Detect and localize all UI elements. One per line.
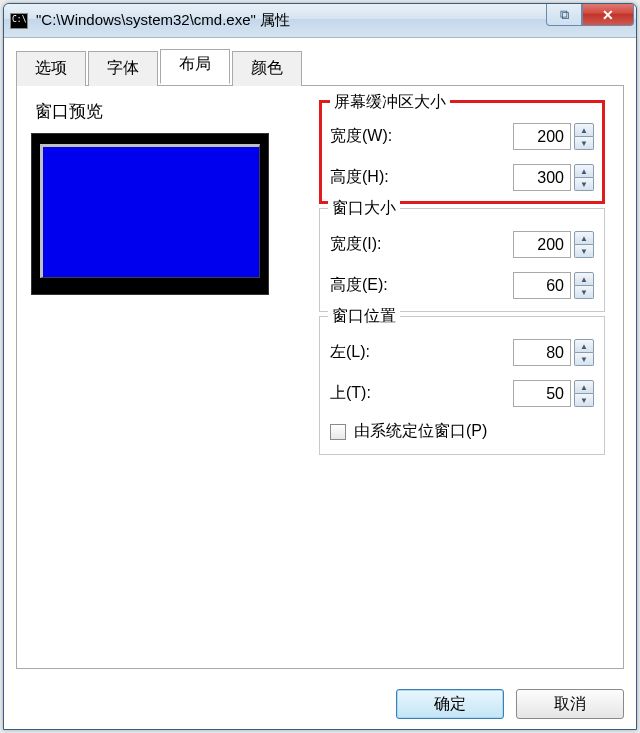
let-system-position-row[interactable]: 由系统定位窗口(P) — [330, 421, 594, 442]
spin-up-icon[interactable]: ▲ — [574, 123, 594, 137]
window-width-input[interactable] — [513, 231, 571, 258]
tabstrip: 选项 字体 布局 颜色 — [16, 51, 624, 86]
group-window-position: 窗口位置 左(L): ▲ ▼ 上(T): — [319, 316, 605, 455]
buffer-height-input[interactable] — [513, 164, 571, 191]
ok-button[interactable]: 确定 — [396, 689, 504, 719]
position-top-label: 上(T): — [330, 383, 513, 404]
tab-options[interactable]: 选项 — [16, 51, 86, 86]
tabpanel-layout: 窗口预览 屏幕缓冲区大小 宽度(W): ▲ ▼ — [16, 85, 624, 669]
let-system-position-label: 由系统定位窗口(P) — [354, 421, 487, 442]
spin-up-icon[interactable]: ▲ — [574, 380, 594, 394]
spin-down-icon[interactable]: ▼ — [574, 137, 594, 150]
position-top-spinner[interactable]: ▲ ▼ — [513, 380, 594, 407]
preview-label: 窗口预览 — [35, 100, 301, 123]
window-height-spinner[interactable]: ▲ ▼ — [513, 272, 594, 299]
group-title-buffer: 屏幕缓冲区大小 — [330, 92, 450, 113]
tab-layout[interactable]: 布局 — [160, 49, 230, 84]
spin-up-icon[interactable]: ▲ — [574, 339, 594, 353]
spin-up-icon[interactable]: ▲ — [574, 231, 594, 245]
cmd-icon — [10, 13, 28, 29]
close-button[interactable]: ✕ — [582, 4, 634, 26]
buffer-width-spinner[interactable]: ▲ ▼ — [513, 123, 594, 150]
buffer-width-label: 宽度(W): — [330, 126, 513, 147]
spin-up-icon[interactable]: ▲ — [574, 272, 594, 286]
window-height-input[interactable] — [513, 272, 571, 299]
tab-font[interactable]: 字体 — [88, 51, 158, 86]
buffer-height-spinner[interactable]: ▲ ▼ — [513, 164, 594, 191]
cancel-button[interactable]: 取消 — [516, 689, 624, 719]
preview-console-rect — [40, 144, 260, 278]
checkbox-icon[interactable] — [330, 424, 346, 440]
window-width-label: 宽度(I): — [330, 234, 513, 255]
spin-down-icon[interactable]: ▼ — [574, 245, 594, 258]
spin-down-icon[interactable]: ▼ — [574, 178, 594, 191]
group-title-position: 窗口位置 — [328, 306, 400, 327]
spin-down-icon[interactable]: ▼ — [574, 286, 594, 299]
client-area: 选项 字体 布局 颜色 窗口预览 屏幕缓冲区大小 宽度(W): — [4, 38, 636, 679]
window-width-spinner[interactable]: ▲ ▼ — [513, 231, 594, 258]
properties-dialog: "C:\Windows\system32\cmd.exe" 属性 ⧉ ✕ 选项 … — [3, 3, 637, 730]
window-preview — [31, 133, 269, 295]
position-left-label: 左(L): — [330, 342, 513, 363]
spin-down-icon[interactable]: ▼ — [574, 394, 594, 407]
window-height-label: 高度(E): — [330, 275, 513, 296]
position-left-input[interactable] — [513, 339, 571, 366]
tab-colors[interactable]: 颜色 — [232, 51, 302, 86]
dialog-buttons: 确定 取消 — [4, 679, 636, 729]
buffer-width-input[interactable] — [513, 123, 571, 150]
position-top-input[interactable] — [513, 380, 571, 407]
context-help-button[interactable]: ⧉ — [546, 4, 582, 26]
spin-down-icon[interactable]: ▼ — [574, 353, 594, 366]
window-title: "C:\Windows\system32\cmd.exe" 属性 — [36, 11, 546, 30]
spin-up-icon[interactable]: ▲ — [574, 164, 594, 178]
position-left-spinner[interactable]: ▲ ▼ — [513, 339, 594, 366]
group-screen-buffer-size: 屏幕缓冲区大小 宽度(W): ▲ ▼ 高度(H): — [319, 100, 605, 204]
titlebar[interactable]: "C:\Windows\system32\cmd.exe" 属性 ⧉ ✕ — [4, 4, 636, 38]
buffer-height-label: 高度(H): — [330, 167, 513, 188]
group-window-size: 窗口大小 宽度(I): ▲ ▼ 高度(E): — [319, 208, 605, 312]
group-title-window: 窗口大小 — [328, 198, 400, 219]
